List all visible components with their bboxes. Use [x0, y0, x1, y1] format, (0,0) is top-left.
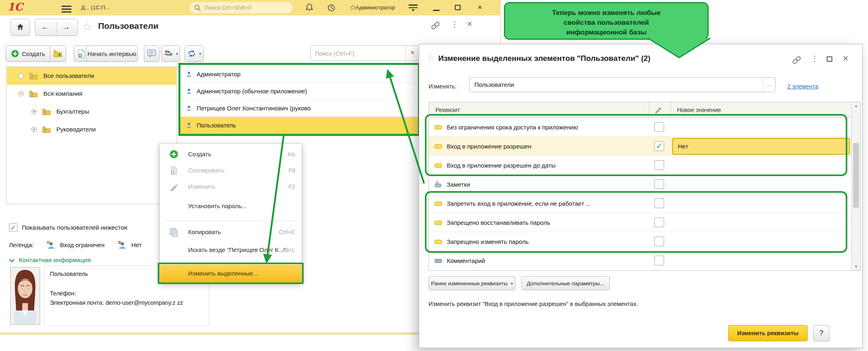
help-button[interactable]: ? [813, 325, 829, 341]
dialog-favorite-star-icon[interactable]: ☆ [427, 53, 435, 63]
search-clear-icon[interactable]: × [405, 46, 419, 60]
column-new-value[interactable]: Новое значение [677, 102, 721, 118]
user-row-administrator-ordinary[interactable]: Администратор (обычное приложение) [180, 83, 419, 100]
attr-checkbox[interactable] [654, 160, 664, 170]
history-icon[interactable] [327, 3, 336, 12]
menu-item-edit[interactable]: Изменить F2 [160, 179, 302, 195]
back-button[interactable]: ← [41, 22, 49, 32]
show-nested-checkbox[interactable]: ✓ [9, 223, 17, 232]
add-users-button[interactable]: ▾ [161, 45, 180, 62]
form-title: Пользователи [98, 21, 159, 31]
expand-plus-icon[interactable] [31, 127, 37, 132]
expand-plus-icon[interactable] [31, 109, 37, 114]
menu-item-set-password[interactable]: Установить пароль... [160, 198, 302, 214]
menu-item-label: Скопировать [188, 162, 225, 179]
menu-item-copy-new[interactable]: Скопировать F9 [160, 162, 302, 179]
attr-checkbox[interactable] [654, 198, 664, 208]
user-row-user[interactable]: Пользователь [180, 117, 419, 134]
dialog-hint-text: Изменить реквизит "Вход в приложение раз… [429, 301, 638, 307]
start-interview-label: Начать интервью [88, 50, 137, 57]
get-link-icon[interactable] [792, 56, 802, 65]
attribute-label: Вход в приложение разрешен до даты [447, 156, 555, 175]
copy-icon [169, 228, 178, 237]
attr-row-login-until-date[interactable]: Вход в приложение разрешен до даты [429, 156, 851, 175]
form-favorite-star-icon[interactable]: ☆ [82, 20, 92, 33]
attr-checkbox[interactable] [654, 122, 664, 132]
forward-button[interactable]: → [62, 22, 70, 32]
attr-row-notes[interactable]: Заметки [429, 175, 851, 194]
get-link-icon[interactable] [431, 21, 440, 30]
attr-checkbox[interactable] [654, 237, 664, 246]
menu-item-edit-selected[interactable]: Изменить выделенные... [160, 265, 302, 282]
menu-item-label: Копировать [188, 224, 221, 240]
change-field-label: Изменять: [429, 79, 457, 94]
dialog-maximize-icon[interactable] [827, 56, 832, 62]
previously-changed-button[interactable]: Ранее измененные реквизиты ▾ [429, 276, 515, 290]
create-button[interactable]: Создать [6, 45, 50, 62]
attribute-icon [435, 144, 442, 149]
bulk-edit-dialog: ☆ Изменение выделенных элементов "Пользо… [419, 44, 863, 348]
menu-item-shortcut: F9 [289, 162, 295, 179]
menu-item-shortcut: Alt+L [282, 242, 295, 258]
elements-count-link[interactable]: 2 элемента [787, 79, 818, 94]
attr-row-no-expiration[interactable]: Без ограничения срока доступа к приложен… [429, 118, 851, 137]
attr-row-comment[interactable]: Комментарий [429, 251, 851, 270]
new-value-text: Нет [678, 139, 688, 154]
attr-row-deny-password-recovery[interactable]: Запрещено восстанавливать пароль [429, 213, 851, 232]
collapse-minus-icon[interactable] [18, 91, 24, 97]
home-button[interactable] [11, 19, 30, 36]
app-tab-label[interactable]: Д... (1С:П... [81, 0, 110, 15]
list-search-box[interactable]: × [310, 45, 420, 61]
dialog-close-icon[interactable]: × [843, 53, 848, 64]
edit-pencil-column-icon[interactable] [654, 106, 662, 114]
notifications-bell-icon[interactable] [305, 3, 314, 12]
folder-plus-icon [54, 50, 62, 57]
global-search-box[interactable] [190, 2, 293, 13]
attr-checkbox-checked[interactable]: ✓ [654, 141, 664, 151]
global-search-input[interactable] [204, 2, 289, 13]
change-attributes-button[interactable]: Изменить реквизиты [728, 325, 808, 341]
tree-item-managers[interactable]: Руководители [7, 121, 176, 138]
user-row-label: Пользователь [197, 117, 236, 134]
create-group-button[interactable] [50, 45, 66, 62]
new-value-cell[interactable]: Нет [672, 138, 850, 155]
tree-item-all-users[interactable]: Все пользователи [7, 67, 176, 85]
current-user-label[interactable]: Администратор [356, 0, 395, 15]
discussion-button[interactable] [144, 45, 159, 62]
attr-checkbox[interactable] [654, 179, 664, 189]
scrollbar-thumb[interactable] [853, 143, 859, 208]
hamburger-menu-icon[interactable] [62, 4, 71, 14]
attribute-icon [435, 164, 442, 168]
attribute-label: Запретить вход в приложение, если не раб… [447, 194, 591, 213]
change-target-field[interactable]: Пользователи ... [469, 78, 776, 92]
user-row-petrishchev[interactable]: Петрищев Олег Константинович (руково [180, 100, 419, 117]
menu-item-create[interactable]: Создать Ins [160, 146, 302, 162]
close-button[interactable]: × [478, 3, 482, 11]
attr-row-login-allowed[interactable]: Вход в приложение разрешен ✓ Нет [429, 137, 851, 156]
column-attribute[interactable]: Реквизит [435, 102, 460, 118]
minimize-button[interactable] [433, 10, 439, 11]
menu-item-search-everywhere[interactable]: Искать везде "Петрищев Олег К..." Alt+L [160, 242, 302, 258]
exchange-button[interactable]: ▾ [184, 45, 204, 62]
user-row-administrator[interactable]: Администратор [180, 66, 419, 83]
maximize-button[interactable] [455, 5, 461, 10]
attr-checkbox[interactable] [654, 256, 664, 265]
scroll-up-icon[interactable]: ▲ [852, 104, 860, 108]
table-scrollbar[interactable]: ▲ ▼ [851, 102, 860, 270]
choose-ellipsis-button[interactable]: ... [763, 78, 775, 92]
attr-row-deny-password-change[interactable]: Запрещено изменять пароль [429, 232, 851, 251]
attr-checkbox[interactable] [654, 217, 664, 227]
more-menu-icon[interactable]: ⋮ [451, 19, 459, 29]
service-menu-icon[interactable] [409, 4, 418, 11]
search-icon [194, 4, 201, 11]
tree-item-accountants[interactable]: Бухгалтеры [7, 103, 176, 121]
start-interview-button[interactable]: Начать интервью [86, 45, 138, 62]
tree-item-whole-company[interactable]: Вся компания [7, 85, 176, 103]
menu-item-copy[interactable]: Копировать Ctrl+C [160, 224, 302, 240]
additional-params-button[interactable]: Дополнительные параметры... [521, 276, 610, 290]
attr-row-deny-login-if-inactive[interactable]: Запретить вход в приложение, если не раб… [429, 194, 851, 213]
form-close-icon[interactable]: × [467, 19, 472, 29]
dialog-more-menu-icon[interactable]: ⋮ [811, 54, 819, 63]
list-search-input[interactable] [315, 46, 402, 60]
scroll-down-icon[interactable]: ▼ [852, 265, 860, 269]
